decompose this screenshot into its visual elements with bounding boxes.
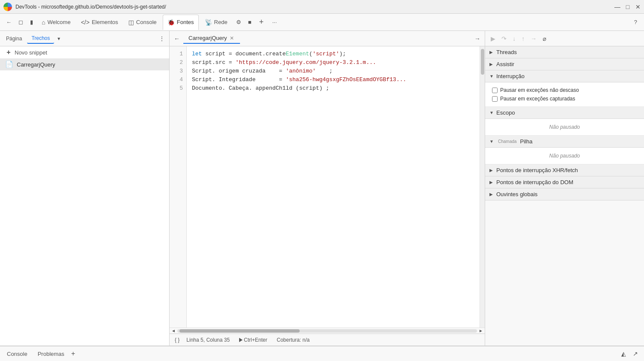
title-bar-controls: ― □ ✕ xyxy=(615,4,641,9)
left-tab-more-button[interactable]: ⋮ xyxy=(156,34,167,43)
right-panel-content: ▶ Threads ▶ Assistir ▼ Interrupção Pausa… xyxy=(485,46,644,346)
maximize-button[interactable]: □ xyxy=(625,4,630,9)
pilha-badge: Chamada xyxy=(498,139,516,144)
threads-arrow-icon: ▶ xyxy=(489,50,495,55)
section-pontos-xhr-title: Pontos de interrupção XHR/fetch xyxy=(496,167,578,173)
minimize-button[interactable]: ― xyxy=(615,4,620,9)
section-escopo-header[interactable]: ▼ Escopo xyxy=(485,107,644,119)
line-num-1: 1 xyxy=(170,50,186,58)
step-over-button[interactable]: ↷ xyxy=(499,34,509,43)
checkbox-pausar-capturadas-input[interactable] xyxy=(492,96,498,102)
step-into-button[interactable]: ↓ xyxy=(510,34,518,43)
scroll-thumb[interactable] xyxy=(179,329,300,333)
code-line-1: let script = document.createE1ement('scr… xyxy=(192,50,474,58)
tab-rede[interactable]: 📡 Rede xyxy=(200,15,232,30)
tab-settings-button[interactable]: ⚙ xyxy=(234,17,244,27)
editor-toolbar-right: → xyxy=(472,34,483,43)
step-button[interactable]: → xyxy=(529,34,539,43)
bottom-add-tab-button[interactable]: + xyxy=(71,350,75,358)
checkbox-pausar-nao-descaso[interactable]: Pausar em exceções não descaso xyxy=(492,86,637,94)
tab-nav-forward-button[interactable]: ◻ xyxy=(16,17,26,27)
coverage-status: Cobertura: n/a xyxy=(276,337,310,343)
checkbox-pausar-nao-descaso-input[interactable] xyxy=(492,88,498,93)
editor-tab-close-button[interactable]: ✕ xyxy=(229,35,235,41)
editor-tab-carregarjquery[interactable]: CarregarjQuery ✕ xyxy=(183,33,240,44)
tab-more-button[interactable]: ··· xyxy=(269,17,280,27)
section-threads-title: Threads xyxy=(496,49,517,55)
right-toolbar: ▶ ↷ ↓ ↑ → ⌀ xyxy=(485,31,644,46)
deactivate-breakpoints-button[interactable]: ⌀ xyxy=(541,34,548,43)
scroll-track[interactable] xyxy=(177,329,477,333)
undock-button[interactable]: ↗ xyxy=(630,349,641,358)
line-num-4: 4 xyxy=(170,76,186,84)
left-tab-dropdown-button[interactable]: ▾ xyxy=(55,35,63,42)
editor-forward-button[interactable]: → xyxy=(472,34,483,43)
app-logo xyxy=(3,3,12,11)
resume-button[interactable]: ▶ xyxy=(489,34,498,43)
checkbox-pausar-capturadas-label: Pausar em exceções capturadas xyxy=(500,96,575,102)
checkbox-pausar-capturadas[interactable]: Pausar em exceções capturadas xyxy=(492,94,637,103)
left-panel-content: + Novo snippet 📄 CarregarjQuery xyxy=(0,46,169,346)
close-button[interactable]: ✕ xyxy=(635,4,641,9)
section-threads-header[interactable]: ▶ Threads xyxy=(485,46,644,58)
code-content[interactable]: let script = document.createE1ement('scr… xyxy=(187,46,480,328)
section-pilha-header[interactable]: ▼ Chamada Pilha xyxy=(485,136,644,148)
tab-console[interactable]: ◫ Console xyxy=(124,15,161,30)
left-panel-tabs: Página Trechos ▾ ⋮ xyxy=(0,31,169,46)
vertical-scrollbar-thumb[interactable] xyxy=(481,49,484,75)
snippet-item-label: CarregarjQuery xyxy=(17,61,55,68)
line-numbers: 1 2 3 4 5 xyxy=(170,46,187,328)
tab-add-button[interactable]: + xyxy=(255,16,267,28)
snippet-item-carregarjquery[interactable]: 📄 CarregarjQuery xyxy=(0,58,169,70)
elementos-icon: </> xyxy=(81,19,89,26)
tab-welcome-label: Welcome xyxy=(47,19,70,25)
title-bar: DevTools - microsoftedge.github.io/Demos… xyxy=(0,0,644,14)
new-snippet-label: Novo snippet xyxy=(15,49,47,56)
section-assistir-header[interactable]: ▶ Assistir xyxy=(485,58,644,70)
line-col-status: Linha 5, Coluna 35 xyxy=(186,337,230,343)
devtools-main: Página Trechos ▾ ⋮ + Novo snippet 📄 Carr… xyxy=(0,31,644,346)
tab-help-button[interactable]: ? xyxy=(631,17,641,27)
scroll-right-button[interactable]: ► xyxy=(478,328,484,333)
code-line-3: Script. origem cruzada = 'anônimo' ; xyxy=(192,67,474,76)
tab-trechos[interactable]: Trechos xyxy=(27,33,54,44)
tab-nav-back-button[interactable]: ← xyxy=(3,17,14,27)
section-assistir-title: Assistir xyxy=(496,61,514,67)
new-snippet-row[interactable]: + Novo snippet xyxy=(0,46,169,58)
section-pontos-dom-header[interactable]: ▶ Pontos de interrupção do DOM xyxy=(485,176,644,188)
tab-welcome[interactable]: ⌂ Welcome xyxy=(37,15,75,30)
bottom-bar: Console Problemas + ◭ ↗ xyxy=(0,346,644,361)
tab-bar: ← ◻ ▮ ⌂ Welcome </> Elementos ◫ Console … xyxy=(0,14,644,31)
horizontal-scrollbar[interactable]: ◄ ► xyxy=(170,328,485,334)
section-pontos-dom-title: Pontos de interrupção do DOM xyxy=(496,179,573,185)
snippet-file-icon: 📄 xyxy=(5,61,13,68)
ouvintes-arrow-icon: ▶ xyxy=(489,192,495,197)
step-out-button[interactable]: ↑ xyxy=(519,34,527,43)
run-button[interactable]: Ctrl+Enter xyxy=(237,336,270,344)
code-editor[interactable]: 1 2 3 4 5 let script = document.createE1… xyxy=(170,46,485,328)
vertical-scrollbar[interactable] xyxy=(480,46,485,328)
tab-fontes[interactable]: 🐞 Fontes xyxy=(163,15,199,30)
section-ouvintes-header[interactable]: ▶ Ouvintes globais xyxy=(485,188,644,200)
tab-sidebar-toggle[interactable]: ▮ xyxy=(27,17,36,27)
tab-elementos-label: Elementos xyxy=(92,19,118,25)
add-snippet-icon: + xyxy=(5,49,12,56)
format-button[interactable]: { } xyxy=(175,337,179,343)
pilha-arrow-icon: ▼ xyxy=(489,139,495,144)
scroll-left-button[interactable]: ◄ xyxy=(170,328,176,333)
section-interrupcao-header[interactable]: ▼ Interrupção xyxy=(485,70,644,82)
bottom-tab-problemas[interactable]: Problemas xyxy=(34,349,68,359)
editor-back-button[interactable]: ← xyxy=(171,34,182,43)
assistir-arrow-icon: ▶ xyxy=(489,62,495,67)
tab-pagina[interactable]: Página xyxy=(2,34,26,43)
section-interrupcao-title: Interrupção xyxy=(496,73,525,79)
bottom-tab-console[interactable]: Console xyxy=(3,349,31,359)
dock-bottom-button[interactable]: ◭ xyxy=(619,349,629,358)
welcome-icon: ⌂ xyxy=(42,19,45,26)
interrupcao-arrow-icon: ▼ xyxy=(489,74,495,79)
section-pontos-xhr-header[interactable]: ▶ Pontos de interrupção XHR/fetch xyxy=(485,164,644,176)
bottom-right-controls: ◭ ↗ xyxy=(619,349,641,358)
tab-elementos[interactable]: </> Elementos xyxy=(76,15,122,30)
editor-tab-label: CarregarjQuery xyxy=(188,35,227,41)
tab-dock-button[interactable]: ■ xyxy=(246,17,254,27)
